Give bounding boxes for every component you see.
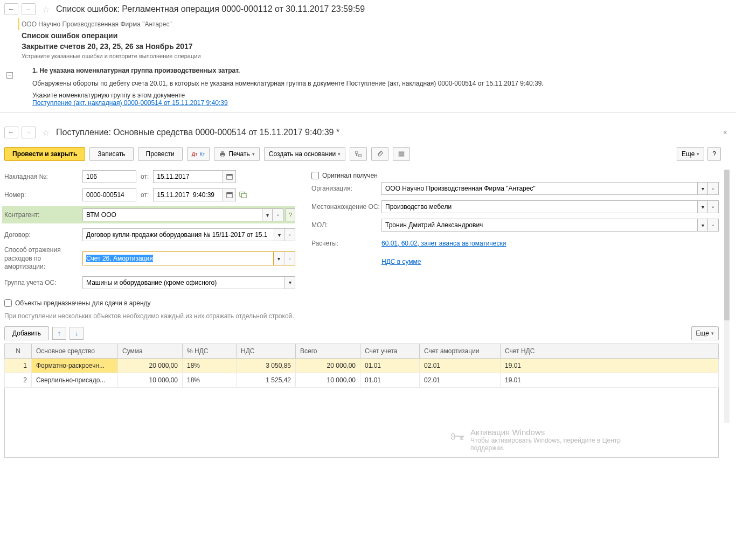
page-title: Список ошибок: Регламентная операция 000… (56, 4, 365, 14)
counterparty-input[interactable] (82, 208, 262, 221)
col-n[interactable]: N (5, 344, 32, 358)
invoice-from-label: от: (141, 173, 149, 180)
nav-forward-button[interactable]: → (22, 3, 36, 15)
cell-vat-pct: 18% (183, 358, 237, 373)
org-name: ООО Научно Производственная Фирма "Антар… (18, 18, 725, 30)
table-more-button[interactable]: Еще (691, 326, 719, 340)
counterparty-dropdown-button[interactable]: ▾ (262, 208, 273, 221)
location-open-button[interactable]: ▫ (708, 200, 719, 213)
cell-total: 20 000,00 (296, 358, 360, 373)
contract-input[interactable] (82, 228, 274, 241)
move-down-button[interactable]: ↓ (70, 327, 84, 340)
col-sum[interactable]: Сумма (118, 344, 183, 358)
list-view-button[interactable] (393, 147, 410, 161)
print-button[interactable]: Печать (214, 147, 259, 161)
amort-dropdown-button[interactable]: ▾ (273, 252, 284, 265)
amort-selected-text: Счет 26, Амортизация (86, 255, 153, 262)
amort-method-input[interactable]: Счет 26, Амортизация (83, 252, 273, 265)
invoice-number-input[interactable] (82, 170, 136, 183)
org-input[interactable] (381, 182, 697, 195)
cell-n: 2 (5, 373, 32, 387)
help-button[interactable]: ? (707, 147, 721, 161)
doc-nav-back-button[interactable]: ← (4, 127, 18, 138)
vat-mode-link[interactable]: НДС в сумме (381, 258, 421, 265)
os-group-input[interactable] (82, 276, 284, 289)
col-vat[interactable]: НДС (237, 344, 296, 358)
invoice-date-input[interactable] (153, 170, 223, 183)
col-vat-acc[interactable]: Счет НДС (501, 344, 719, 358)
location-input[interactable] (381, 200, 697, 213)
original-received-label: Оригинал получен (322, 172, 378, 179)
create-based-on-button[interactable]: Создать на основании (264, 147, 346, 161)
amort-open-button[interactable]: ▫ (284, 252, 295, 265)
mol-open-button[interactable]: ▫ (708, 219, 719, 232)
error-list-heading: Список ошибок операции (22, 30, 725, 41)
doc-favorite-icon[interactable]: ☆ (42, 128, 50, 138)
number-datetime-input[interactable] (153, 188, 223, 201)
save-button[interactable]: Записать (89, 147, 133, 161)
col-amort-acc[interactable]: Счет амортизации (420, 344, 501, 358)
org-label: Организация: (311, 185, 381, 192)
number-date-picker-button[interactable] (223, 188, 236, 201)
post-button[interactable]: Провести (138, 147, 183, 161)
os-group-dropdown-button[interactable]: ▾ (284, 276, 295, 289)
org-dropdown-button[interactable]: ▾ (697, 182, 708, 195)
original-received-checkbox[interactable] (311, 172, 319, 179)
calendar-extra-icon[interactable] (239, 191, 247, 200)
form-left-column: Накладная №: от: Номер: от: Контрагент: (4, 170, 295, 294)
error-document-link[interactable]: Поступление (акт, накладная) 0000-000514… (32, 99, 228, 107)
doc-top-bar: ← → ☆ Поступление: Основные средства 000… (4, 123, 732, 142)
form-right-column: Оригинал получен Организация: ▾ ▫ Местон… (311, 170, 719, 294)
mol-input[interactable] (381, 219, 697, 232)
favorite-icon[interactable]: ☆ (42, 4, 50, 15)
table-row[interactable]: 2Сверлильно-присадо...10 000,0018%1 525,… (5, 373, 719, 387)
nav-back-button[interactable]: ← (4, 3, 18, 15)
top-bar: ← → ☆ Список ошибок: Регламентная операц… (0, 0, 736, 18)
contract-open-button[interactable]: ▫ (284, 228, 295, 241)
os-group-label: Группа учета ОС: (4, 279, 82, 286)
cell-n: 1 (5, 358, 32, 373)
calc-link[interactable]: 60.01, 60.02, зачет аванса автоматически (381, 240, 506, 247)
list-icon (398, 150, 405, 158)
structure-button[interactable] (350, 147, 367, 161)
svg-rect-9 (227, 174, 233, 176)
printer-icon (219, 150, 226, 158)
table-row[interactable]: 1Форматно-раскроечн...20 000,0018%3 050,… (5, 358, 719, 373)
doc-title: Поступление: Основные средства 0000-0005… (56, 128, 339, 137)
doc-close-button[interactable]: × (719, 128, 732, 137)
org-open-button[interactable]: ▫ (708, 182, 719, 195)
move-up-button[interactable]: ↑ (52, 327, 66, 340)
scrollbar[interactable] (724, 170, 730, 423)
svg-rect-11 (227, 193, 233, 194)
counterparty-help-button[interactable]: ? (286, 208, 295, 221)
cell-amort-acc: 02.01 (420, 373, 501, 387)
cell-sum: 20 000,00 (118, 358, 183, 373)
dt-kt-button[interactable]: ДтКт (187, 147, 210, 161)
doc-nav-forward-button[interactable]: → (22, 127, 36, 138)
cell-total: 10 000,00 (296, 373, 360, 387)
attach-button[interactable] (371, 147, 388, 161)
more-button[interactable]: Еще (677, 147, 704, 161)
tree-collapse-button[interactable]: − (6, 72, 13, 79)
counterparty-open-button[interactable]: ▫ (273, 208, 283, 221)
error-list-subtitle: Закрытие счетов 20, 23, 25, 26 за Ноябрь… (22, 41, 725, 52)
col-total[interactable]: Всего (296, 344, 360, 358)
post-and-close-button[interactable]: Провести и закрыть (4, 147, 85, 161)
col-acc[interactable]: Счет учета (360, 344, 420, 358)
lease-checkbox[interactable] (4, 299, 12, 307)
location-dropdown-button[interactable]: ▾ (697, 200, 708, 213)
cell-vat-acc: 19.01 (501, 373, 719, 387)
form-area: Накладная №: от: Номер: от: Контрагент: (4, 166, 719, 297)
counterparty-label: Контрагент: (4, 211, 82, 219)
number-input[interactable] (82, 188, 136, 201)
svg-rect-5 (399, 152, 405, 153)
col-asset[interactable]: Основное средство (32, 344, 118, 358)
add-row-button[interactable]: Добавить (4, 326, 49, 340)
mol-dropdown-button[interactable]: ▾ (697, 219, 708, 232)
invoice-date-picker-button[interactable] (223, 170, 236, 183)
col-vat-pct[interactable]: % НДС (183, 344, 237, 358)
table-empty-area[interactable]: 🗝 Активация Windows Чтобы активировать W… (4, 388, 719, 458)
svg-rect-7 (399, 156, 405, 157)
svg-rect-6 (399, 153, 405, 155)
contract-dropdown-button[interactable]: ▾ (274, 228, 284, 241)
